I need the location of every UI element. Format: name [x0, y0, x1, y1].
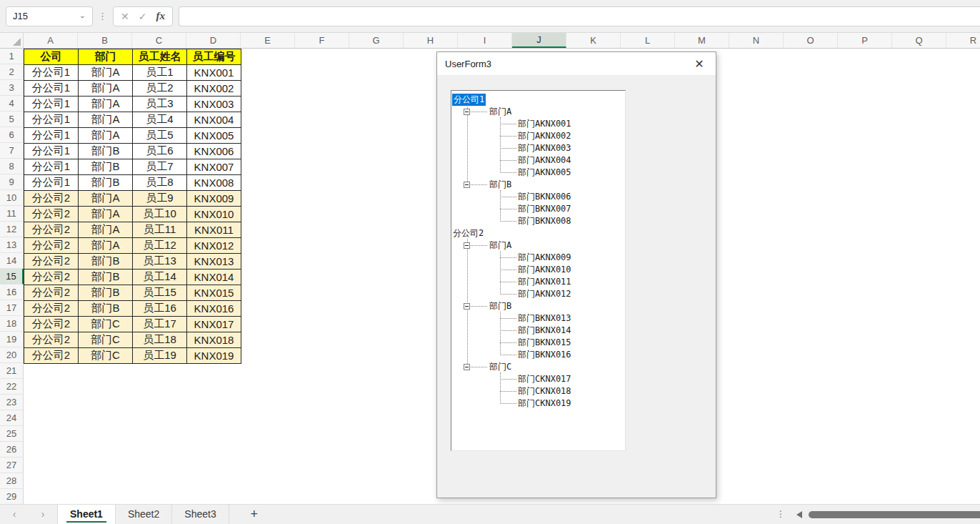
select-all-corner[interactable] [0, 33, 24, 48]
dialog-title-bar[interactable]: UserForm3 ✕ [437, 52, 716, 76]
tree-node-department[interactable]: 部门C [489, 361, 511, 373]
cell[interactable]: 员工3 [133, 97, 187, 112]
cell[interactable]: 部门B [79, 159, 133, 175]
cell[interactable]: 员工7 [133, 159, 187, 175]
tree-node-employee[interactable]: 部门AKNX012 [518, 288, 571, 300]
cell[interactable]: 员工11 [133, 222, 187, 238]
row-header-29[interactable]: 29 [0, 489, 24, 505]
cell[interactable]: 员工13 [133, 254, 187, 270]
cell[interactable]: 员工2 [133, 81, 187, 97]
column-header-D[interactable]: D [186, 33, 241, 48]
cell[interactable]: 部门B [79, 301, 133, 317]
table-header-cell[interactable]: 公司 [24, 49, 79, 65]
sheet-tab-sheet2[interactable]: Sheet2 [116, 505, 172, 524]
column-header-O[interactable]: O [784, 33, 838, 48]
row-header-28[interactable]: 28 [0, 473, 24, 489]
cell[interactable]: 员工12 [133, 238, 187, 254]
cell[interactable]: 员工14 [133, 270, 187, 285]
column-header-M[interactable]: M [675, 33, 729, 48]
cell[interactable]: KNX001 [187, 65, 241, 81]
cell[interactable]: KNX015 [187, 285, 241, 301]
table-header-cell[interactable]: 部门 [79, 49, 133, 65]
cell[interactable]: 分公司2 [24, 332, 79, 348]
cell[interactable]: 分公司1 [24, 144, 79, 159]
tree-node-employee[interactable]: 部门AKNX002 [518, 130, 571, 142]
cell[interactable]: 员工18 [133, 332, 187, 348]
cell[interactable]: 分公司2 [24, 301, 79, 317]
tree-node-employee[interactable]: 部门CKNX019 [518, 397, 571, 410]
cell[interactable]: 员工17 [133, 317, 187, 332]
cell[interactable]: KNX003 [187, 97, 241, 112]
row-header-13[interactable]: 13 [0, 237, 24, 253]
row-header-15[interactable]: 15 [0, 269, 24, 285]
cell[interactable]: KNX017 [187, 317, 241, 332]
tree-node-department[interactable]: 部门B [489, 179, 511, 191]
row-header-8[interactable]: 8 [0, 159, 24, 174]
tree-node-employee[interactable]: 部门BKNX016 [518, 349, 571, 361]
cell[interactable]: KNX012 [187, 238, 241, 254]
tab-bar-dots-icon[interactable]: ⋮ [771, 505, 790, 524]
row-header-22[interactable]: 22 [0, 379, 24, 395]
row-header-20[interactable]: 20 [0, 347, 24, 363]
tree-node-employee[interactable]: 部门CKNX018 [518, 385, 571, 397]
cell[interactable]: 员工10 [133, 207, 187, 222]
tree-collapse-icon[interactable] [464, 109, 470, 115]
tree-node-company[interactable]: 分公司1 [452, 94, 486, 106]
tree-node-employee[interactable]: 部门CKNX017 [518, 373, 571, 385]
cell[interactable]: 员工4 [133, 112, 187, 128]
cell[interactable]: 分公司1 [24, 65, 79, 81]
column-header-E[interactable]: E [241, 33, 295, 48]
row-header-10[interactable]: 10 [0, 190, 24, 206]
enter-icon[interactable]: ✓ [139, 11, 147, 22]
tree-node-employee[interactable]: 部门AKNX005 [518, 167, 571, 179]
cell[interactable]: 部门B [79, 254, 133, 270]
column-header-Q[interactable]: Q [892, 33, 946, 48]
column-header-C[interactable]: C [132, 33, 186, 48]
tree-node-employee[interactable]: 部门BKNX013 [518, 312, 571, 325]
tree-collapse-icon[interactable] [464, 182, 470, 188]
cell[interactable]: 员工19 [133, 348, 187, 364]
row-header-23[interactable]: 23 [0, 395, 24, 410]
cell[interactable]: 部门B [79, 175, 133, 191]
name-box[interactable]: J15 ⌄ [6, 6, 93, 26]
table-header-cell[interactable]: 员工姓名 [133, 49, 187, 65]
cell[interactable]: 分公司1 [24, 175, 79, 191]
row-header-11[interactable]: 11 [0, 206, 24, 222]
cell[interactable]: 部门B [79, 144, 133, 159]
cell[interactable]: 分公司2 [24, 348, 79, 364]
cell[interactable]: 部门C [79, 317, 133, 332]
cell[interactable]: 分公司2 [24, 285, 79, 301]
column-header-J[interactable]: J [512, 33, 566, 48]
tree-node-employee[interactable]: 部门AKNX004 [518, 154, 571, 167]
row-header-19[interactable]: 19 [0, 332, 24, 347]
column-header-G[interactable]: G [349, 33, 404, 48]
cell[interactable]: 员工15 [133, 285, 187, 301]
tree-collapse-icon[interactable] [464, 364, 470, 370]
cell[interactable]: 分公司2 [24, 222, 79, 238]
row-header-26[interactable]: 26 [0, 442, 24, 458]
horizontal-scrollbar[interactable] [809, 505, 980, 524]
row-header-6[interactable]: 6 [0, 127, 24, 143]
cell[interactable]: 部门A [79, 97, 133, 112]
cell[interactable]: KNX002 [187, 81, 241, 97]
tree-node-employee[interactable]: 部门AKNX001 [518, 118, 571, 130]
prev-sheet-icon[interactable]: ‹ [0, 505, 29, 524]
tree-node-employee[interactable]: 部门BKNX015 [518, 337, 571, 349]
tree-node-employee[interactable]: 部门BKNX008 [518, 215, 571, 227]
cell[interactable]: 分公司1 [24, 81, 79, 97]
tree-collapse-icon[interactable] [464, 303, 470, 310]
sheet-tab-sheet3[interactable]: Sheet3 [172, 505, 229, 524]
cell[interactable]: 部门C [79, 348, 133, 364]
row-header-12[interactable]: 12 [0, 222, 24, 237]
tree-node-employee[interactable]: 部门BKNX007 [518, 203, 571, 215]
cell[interactable]: 部门A [79, 191, 133, 207]
column-header-R[interactable]: R [946, 33, 980, 48]
tree-collapse-icon[interactable] [464, 242, 470, 249]
cell[interactable]: 员工6 [133, 144, 187, 159]
cell[interactable]: KNX011 [187, 222, 241, 238]
table-header-cell[interactable]: 员工编号 [187, 49, 241, 65]
column-header-I[interactable]: I [458, 33, 512, 48]
treeview-control[interactable]: 分公司1部门A部门AKNX001部门AKNX002部门AKNX003部门AKNX… [451, 90, 626, 451]
cell[interactable]: KNX005 [187, 128, 241, 144]
cell[interactable]: 部门A [79, 238, 133, 254]
